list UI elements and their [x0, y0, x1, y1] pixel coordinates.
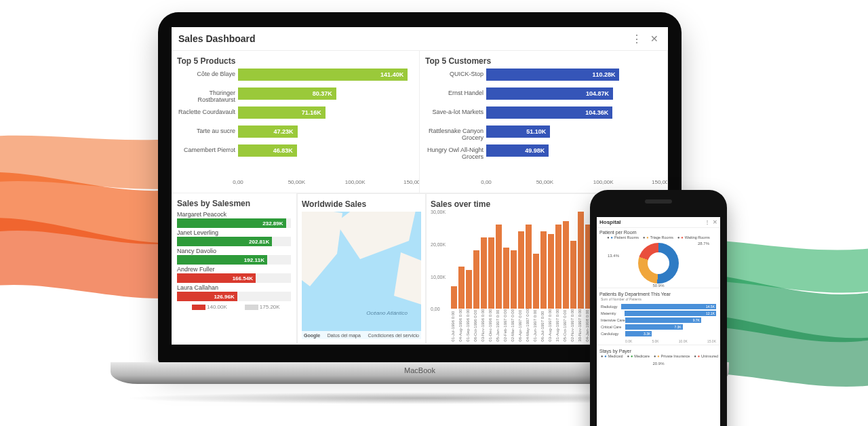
panel-title: Top 5 Customers: [425, 56, 662, 66]
legend-item: ●Waiting Rooms: [677, 235, 710, 239]
axis-tick: 10.0K: [679, 339, 688, 343]
time-bar: [511, 250, 517, 309]
bar: 80.37K: [238, 88, 336, 100]
x-tick: 01-Jul-1996 0:00: [451, 309, 457, 342]
top-products-axis: 0,0050,00K100,00K150,00K: [238, 179, 414, 190]
panel-title: Worldwide Sales: [302, 199, 421, 209]
salesman-bar: 166.54K: [177, 273, 256, 283]
bar: 104.87K: [486, 88, 613, 100]
axis-tick: 5.0K: [652, 339, 658, 343]
legend-item: ●Medicare: [627, 354, 650, 358]
donut-label-left: 13.4%: [608, 254, 619, 258]
bar-label: Hungry Owl All-Night Grocers: [424, 147, 484, 160]
dept-label: Cardiology: [601, 332, 625, 336]
y-tick: 0,00: [431, 307, 440, 311]
bar-label: QUICK-Stop: [424, 71, 484, 77]
legend-item: ●Private Insurance: [654, 354, 690, 358]
time-bar: [563, 221, 569, 309]
bar-label: Côte de Blaye: [176, 71, 235, 77]
time-bar: [473, 250, 479, 309]
x-tick: 02-Nov-1997 0:00: [570, 309, 576, 342]
axis-tick: 0,00: [481, 179, 492, 185]
phone-header: Hospital ⋮ ✕: [597, 217, 720, 228]
salesman-name: Janet Leverling: [177, 229, 291, 236]
top-customers-axis: 0,0050,00K100,00K150,00K: [486, 179, 662, 190]
x-tick: 05-Jan-1997 0:00: [496, 309, 502, 342]
x-tick: 01-Dec-1996 0:00: [488, 309, 494, 342]
close-icon[interactable]: ✕: [713, 219, 717, 225]
panel-top-products: Top 5 Products Côte de Blaye141.40KThüri…: [172, 50, 420, 193]
salesman-bar: 232.89K: [177, 218, 286, 228]
x-tick: 02-Feb-1997 0:00: [503, 309, 509, 342]
dept-label: Maternity: [601, 311, 625, 315]
time-bar: [540, 231, 547, 309]
x-tick: 02-Mar-1997 0:00: [511, 309, 517, 342]
panel-salesmen: Sales by Salesmen Margaret Peacock232.89…: [172, 193, 297, 344]
donut-label-top: 28.7%: [698, 241, 709, 246]
bar-label: Tarte au sucre: [176, 128, 235, 134]
x-tick: 04-Aug-1996 0:00: [458, 309, 465, 342]
time-bar: [496, 225, 502, 309]
phone-section-title: Stays by Payer: [597, 347, 720, 354]
map-attribution: Google Datos del mapa Condiciones del se…: [302, 331, 421, 339]
phone-dashboard: Hospital ⋮ ✕ Patient per Room ●Patient R…: [597, 217, 720, 426]
axis-tick: 100,00K: [593, 179, 614, 185]
salesmen-chart: Margaret Peacock232.89KJanet Leverling20…: [177, 211, 291, 303]
dept-label: Radiology: [601, 305, 621, 309]
legend-item: 140.00K: [177, 304, 227, 310]
legend-item: ●Patient Rooms: [607, 235, 639, 239]
time-bar: [503, 248, 509, 309]
time-bar: [526, 225, 532, 309]
time-bar: [466, 270, 472, 309]
time-bar: [533, 254, 539, 309]
phone-frame: Hospital ⋮ ✕ Patient per Room ●Patient R…: [590, 190, 727, 426]
x-tick: 03-Nov-1996 0:00: [481, 309, 487, 342]
map-terms-link[interactable]: Condiciones del servicio: [368, 333, 419, 338]
bar: 141.40K: [238, 69, 408, 81]
panel-top-customers: Top 5 Customers QUICK-Stop110.28KErnst H…: [419, 50, 668, 193]
salesmen-legend: 140.00K175.20K250.00K: [177, 304, 291, 310]
time-bar: [488, 237, 494, 309]
top-products-chart: Côte de Blaye141.40KThüringer Rostbratwu…: [238, 69, 414, 179]
close-icon[interactable]: ✕: [648, 32, 661, 45]
donut-chart: 28.7% 13.4% 50.9%: [597, 241, 720, 286]
payer-value: 20.9%: [597, 360, 720, 367]
kebab-menu-icon[interactable]: ⋮: [705, 219, 710, 225]
x-tick: 06-Oct-1996 0:00: [473, 309, 479, 342]
axis-tick: 100,00K: [345, 179, 366, 185]
legend-item: 175.20K: [230, 304, 280, 310]
salesman-bar: 192.11K: [177, 255, 267, 265]
kebab-menu-icon[interactable]: ⋮: [630, 32, 644, 45]
map-canvas[interactable]: Océano Atlántico Google Datos del mapa C…: [302, 212, 421, 339]
dept-bar: 9.7K: [625, 317, 701, 323]
axis-tick: 15.0K: [707, 339, 716, 343]
dept-label: Critical Care: [601, 325, 625, 329]
phone-title: Hospital: [599, 219, 621, 225]
dashboard-header: Sales Dashboard ⋮ ✕: [172, 27, 668, 51]
dept-label: Intensive Care: [601, 318, 625, 322]
bar-label: Camembert Pierrot: [176, 147, 235, 153]
legend-item: ●Medicaid: [601, 354, 623, 358]
axis-tick: 50,00K: [536, 179, 553, 185]
map-data-label: Datos del mapa: [328, 333, 361, 338]
salesman-name: Laura Callahan: [177, 284, 291, 291]
phone-bars-subtitle: Sum of Number of Patients: [597, 297, 720, 303]
time-bar: [578, 212, 584, 309]
axis-tick: 0.0K: [625, 339, 632, 343]
phone-section-title: Patient per Room: [597, 228, 720, 235]
top-customers-chart: QUICK-Stop110.28KErnst Handel104.87KSave…: [486, 69, 662, 179]
dept-bar: 3.3K: [625, 331, 652, 336]
bar: 46.83K: [238, 144, 297, 157]
time-bar: [458, 267, 465, 309]
salesman-bar: 126.96K: [177, 292, 237, 301]
panel-title: Sales by Salesmen: [177, 199, 291, 208]
dashboard-title: Sales Dashboard: [178, 33, 256, 44]
x-tick: 06-Jul-1997 0:00: [540, 309, 547, 342]
y-tick: 10,00K: [431, 274, 446, 279]
axis-tick: 50,00K: [288, 179, 305, 185]
x-tick: 05-Oct-1997 0:00: [563, 309, 569, 342]
bar-label: Ernst Handel: [424, 90, 484, 96]
panel-worldwide-sales: Worldwide Sales Océano Atlántico Google …: [297, 193, 426, 344]
bar: 51.10K: [486, 125, 550, 138]
bar-label: Save-a-lot Markets: [424, 109, 484, 115]
